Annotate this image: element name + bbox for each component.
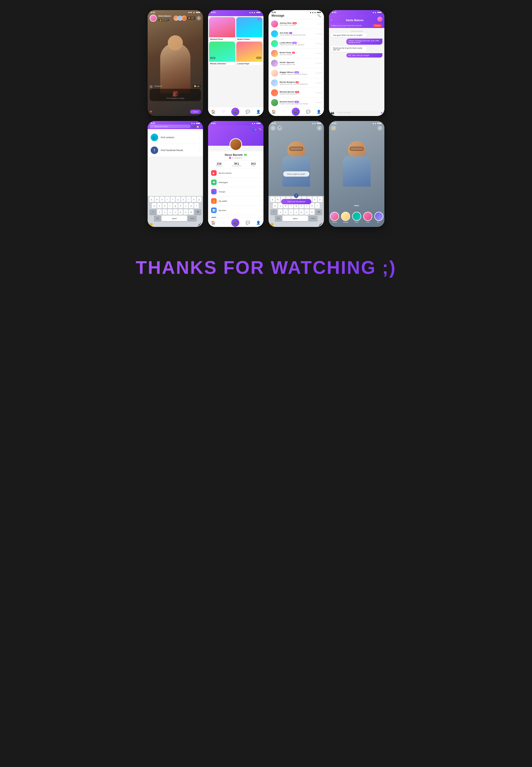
kb-n[interactable]: n [184,209,188,215]
kb-shift[interactable]: ⇧ [149,209,156,215]
close-filter-button[interactable]: ✕ [377,125,382,130]
kb-d[interactable]: d [162,203,167,209]
find-contacts-item[interactable]: 👥 Find contacts › [148,131,203,144]
send-button[interactable]: Send [190,110,201,114]
kb2-l[interactable]: l [315,203,320,209]
kb2-c[interactable]: c [289,209,293,215]
kb-u[interactable]: u [181,197,186,202]
kb-m[interactable]: m [189,209,193,215]
nav-heart-6[interactable]: ♡ [222,221,225,225]
camera-icon-chat[interactable]: 📷 [330,111,334,114]
message-item-3[interactable]: Luella Wood NEW What kind of music do yo… [269,39,324,49]
close-button[interactable]: ✕ [196,16,201,20]
facebook-share-icon[interactable]: f [294,194,298,198]
kb-return[interactable]: return [188,216,197,221]
chevron-right-find[interactable]: › [200,125,201,128]
chat-input-field[interactable]: Type a message... [335,111,379,114]
back-button[interactable]: ‹ [331,18,332,22]
nav-profile-6[interactable]: 👤 [256,221,260,225]
kb-h[interactable]: h [178,203,183,209]
nav-live-3[interactable]: 📹 [292,108,300,116]
kb-k[interactable]: k [189,203,193,209]
filter-pink[interactable]: Pink [363,212,372,223]
follow-card-2[interactable]: 25 Moble Parker [236,17,262,41]
filter-nature[interactable]: Nature [330,212,339,223]
kb2-return[interactable]: return [309,216,318,221]
edit-icon[interactable]: ✏️ [258,127,261,130]
kb2-space[interactable]: space [283,216,308,221]
kb2-m[interactable]: m [310,209,314,215]
kb2-k[interactable]: k [310,203,314,209]
topic-bubble[interactable]: Pick a topic to chat? [283,171,309,177]
nav-heart-2[interactable]: ♡ [222,110,225,114]
backpack-tab[interactable]: Backpack [154,85,162,88]
kb-g[interactable]: g [173,203,178,209]
kb-f[interactable]: f [168,203,172,209]
kb2-s[interactable]: s [278,203,283,209]
kb-j[interactable]: j [184,203,188,209]
chat-send-button[interactable]: ➤ [380,111,383,114]
kb2-123[interactable]: 123 [275,216,282,221]
menu-item-level[interactable]: 📊 My level › [211,206,260,215]
home-icon-find[interactable]: 🏠 [196,125,199,128]
follow-card-3[interactable]: 1091 Rhoda Johnston [209,42,235,65]
kb2-b[interactable]: b [299,209,304,215]
add-friends-icon-profile[interactable]: 👤+ [251,127,256,132]
kb-i[interactable]: i [186,197,191,202]
kb2-backspace[interactable]: ⌫ [315,209,322,215]
mic-icon[interactable]: 🎤 [198,223,202,226]
mic-icon-2[interactable]: 🎤 [319,223,322,226]
pencil-icon-broadcast[interactable]: ✏ [271,125,276,130]
kb2-w[interactable]: w [276,197,280,202]
kb2-n[interactable]: n [305,209,309,215]
nav-message-6[interactable]: 💬 [246,221,250,225]
menu-item-messages[interactable]: 💬 Messages › [211,178,260,187]
find-facebook-item[interactable]: f Find Facebook friends › [148,144,203,157]
kb2-p[interactable]: p [318,197,322,202]
nav-profile-3[interactable]: 👤 [317,110,321,114]
nav-home-6[interactable]: 🏠 [211,221,215,225]
close-broadcast-button[interactable]: ✕ [317,125,322,130]
message-item-1[interactable]: Johnny Rios LIVE Hey! How's it going? 14… [269,19,324,29]
kb-x[interactable]: x [162,209,167,215]
message-item-4[interactable]: Roxie Poole 1E See you tonight. 01:13PM [269,49,324,58]
menu-item-groups[interactable]: 👥 Groups › [211,187,260,197]
kb-v[interactable]: v [173,209,178,215]
follow-card-4[interactable]: ❤ 43 Louisa Pope [236,42,262,65]
follow-card-1[interactable]: Wicked Perez [209,17,235,41]
kb-s[interactable]: s [157,203,162,209]
emoji-icon-2[interactable]: 😊 [270,223,274,226]
start-broadcast-button[interactable]: Start Live Broadcast [281,199,311,204]
nav-message-3[interactable]: 💬 [306,110,310,114]
kb-q[interactable]: q [149,197,154,202]
message-item-9[interactable]: Russell Howell NEW Proven Technology Hel… [269,98,324,107]
message-item-5[interactable]: Hester Spencer Sounds good to me! 00:24A… [269,58,324,68]
kb2-a[interactable]: a [273,203,277,209]
kb-b[interactable]: b [178,209,183,215]
kb-w[interactable]: w [155,197,159,202]
filter-elegant[interactable]: Ele... [374,212,383,223]
filter-vintage[interactable]: Vintage [341,212,350,223]
wand-icon-filter[interactable]: ✨ [331,125,336,130]
kb-123[interactable]: 123 [154,216,161,221]
kb-backspace[interactable]: ⌫ [194,209,201,215]
kb-space[interactable]: space [162,216,187,221]
nav-home-3[interactable]: 🏠 [272,110,276,114]
kb-o[interactable]: o [192,197,196,202]
kb2-v[interactable]: v [294,209,298,215]
kb-p[interactable]: p [197,197,202,202]
nav-heart-3[interactable]: ♡ [282,110,285,114]
kb-c[interactable]: c [168,209,172,215]
kb2-o[interactable]: o [313,197,317,202]
nav-home-2[interactable]: 🏠 [211,110,215,114]
message-item-2[interactable]: Joe Kelly 7+ Great thanks, all things we… [269,29,324,39]
kb-y[interactable]: y [176,197,180,202]
kb-a[interactable]: a [152,203,156,209]
menu-item-wallet[interactable]: 💰 My wallet › [211,197,260,206]
message-item-6[interactable]: Maggie Wilson NEW I believe I have a ver… [269,68,324,78]
nav-message-2[interactable]: 💬 [246,110,250,114]
kb2-shift[interactable]: ⇧ [270,209,277,215]
kb-t[interactable]: t [171,197,175,202]
follow-banner-button[interactable]: Follow [373,24,382,27]
menu-item-livestream[interactable]: ▶ My live stream › [211,168,260,178]
